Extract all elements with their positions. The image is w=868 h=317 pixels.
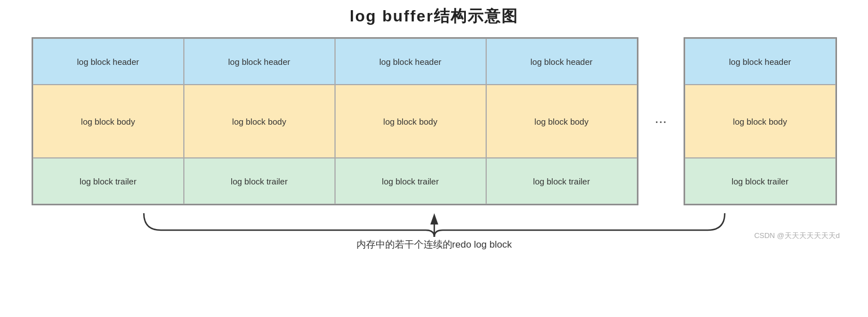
diagram-wrapper: log block header log block header log bl… bbox=[11, 37, 857, 251]
diagram-area: log block header log block header log bl… bbox=[11, 37, 857, 205]
trailer-row: log block trailer log block trailer log … bbox=[33, 158, 637, 204]
watermark: CSDN @天天天天天天天d bbox=[754, 231, 840, 241]
last-block: log block header log block body log bloc… bbox=[684, 37, 837, 205]
cell-trailer-2: log block trailer bbox=[184, 158, 335, 204]
last-cell-trailer: log block trailer bbox=[685, 158, 836, 204]
cell-body-1: log block body bbox=[33, 85, 184, 158]
cell-header-2: log block header bbox=[184, 38, 335, 85]
page-container: log buffer结构示意图 log block header log blo… bbox=[0, 0, 868, 317]
cell-header-1: log block header bbox=[33, 38, 184, 85]
last-cell-body: log block body bbox=[685, 85, 836, 158]
cell-body-2: log block body bbox=[184, 85, 335, 158]
cell-header-3: log block header bbox=[335, 38, 486, 85]
brace-area: 内存中的若干个连续的redo log block bbox=[11, 208, 857, 251]
page-title: log buffer结构示意图 bbox=[350, 6, 518, 27]
cell-trailer-3: log block trailer bbox=[335, 158, 486, 204]
brace-svg bbox=[138, 208, 730, 237]
last-cell-header: log block header bbox=[685, 38, 836, 85]
cell-body-4: log block body bbox=[486, 85, 637, 158]
cell-body-3: log block body bbox=[335, 85, 486, 158]
cell-trailer-4: log block trailer bbox=[486, 158, 637, 204]
header-row: log block header log block header log bl… bbox=[33, 38, 637, 85]
ellipsis-separator: ··· bbox=[638, 37, 684, 205]
cell-trailer-1: log block trailer bbox=[33, 158, 184, 204]
body-row: log block body log block body log block … bbox=[33, 85, 637, 158]
caption-text: 内存中的若干个连续的redo log block bbox=[356, 238, 512, 251]
svg-marker-0 bbox=[430, 213, 438, 224]
ellipsis-text: ··· bbox=[655, 113, 667, 130]
caption-row: 内存中的若干个连续的redo log block bbox=[11, 238, 857, 251]
brace-row bbox=[11, 208, 857, 237]
main-grid: log block header log block header log bl… bbox=[32, 37, 638, 205]
cell-header-4: log block header bbox=[486, 38, 637, 85]
